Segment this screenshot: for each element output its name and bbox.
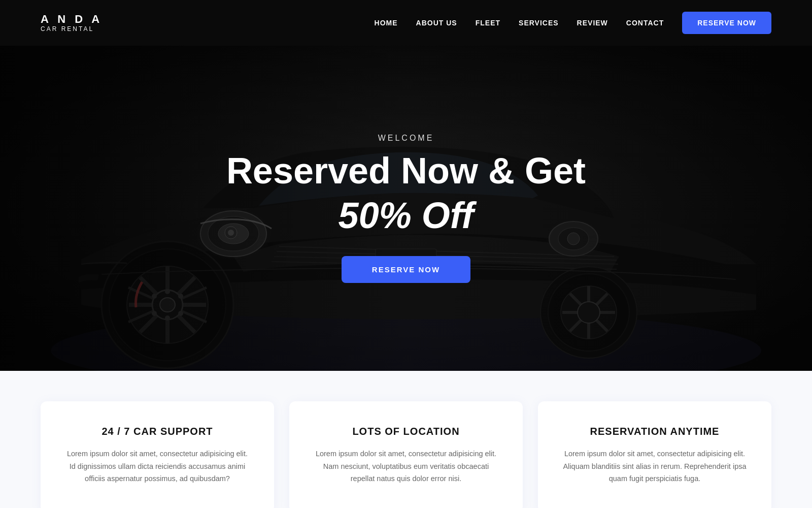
nav-about[interactable]: ABOUT US [416,19,457,27]
logo-subtitle: CAR RENTAL [41,26,103,33]
card-location: LOTS OF LOCATION Lorem ipsum dolor sit a… [289,401,523,508]
hero-reserve-button[interactable]: RESERVE NOW [342,256,470,283]
card-support: 24 / 7 CAR SUPPORT Lorem ipsum dolor sit… [41,401,274,508]
card-location-text: Lorem ipsum dolor sit amet, consectetur … [312,448,500,485]
card-support-title: 24 / 7 CAR SUPPORT [63,426,252,437]
nav-home[interactable]: HOME [375,19,398,27]
logo: A N D A CAR RENTAL [41,13,103,32]
hero-welcome-text: WELCOME [226,134,586,143]
nav-fleet[interactable]: FLEET [476,19,500,27]
cards-section: 24 / 7 CAR SUPPORT Lorem ipsum dolor sit… [0,371,812,508]
card-reservation: RESERVATION ANYTIME Lorem ipsum dolor si… [538,401,771,508]
hero-content: WELCOME Reserved Now & Get 50% Off RESER… [226,134,586,282]
card-location-title: LOTS OF LOCATION [312,426,500,437]
header: A N D A CAR RENTAL HOME ABOUT US FLEET S… [0,0,812,46]
logo-title: A N D A [41,13,103,25]
nav-contact[interactable]: CONTACT [626,19,664,27]
hero-headline-line1: Reserved Now & Get [226,151,586,191]
nav-review[interactable]: REVIEW [577,19,608,27]
card-reservation-title: RESERVATION ANYTIME [560,426,749,437]
card-reservation-text: Lorem ipsum dolor sit amet, consectetur … [560,448,749,485]
nav-services[interactable]: SERVICES [519,19,559,27]
hero-section: WELCOME Reserved Now & Get 50% Off RESER… [0,46,812,371]
main-nav: HOME ABOUT US FLEET SERVICES REVIEW CONT… [375,12,771,34]
hero-headline-line2: 50% Off [226,196,586,236]
card-support-text: Lorem ipsum dolor sit amet, consectetur … [63,448,252,485]
nav-reserve-button[interactable]: RESERVE NOW [682,12,771,34]
